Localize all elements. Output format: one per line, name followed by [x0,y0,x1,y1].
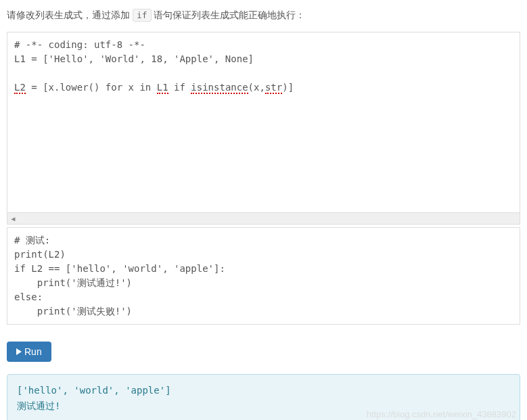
scroll-left-icon[interactable]: ◄ [7,213,19,225]
code-token-str: str [265,82,282,94]
code-editor[interactable]: # -*- coding: utf-8 -*- L1 = ['Hello', '… [7,32,520,213]
test-code-block: # 测试: print(L2) if L2 == ['hello', 'worl… [7,227,520,325]
instruction-inline-code: if [133,9,152,22]
code-line-2: L1 = ['Hello', 'World', 18, 'Apple', Non… [14,53,254,64]
play-icon [16,348,22,355]
code-token-l1: L1 [157,82,168,94]
run-button-label: Run [24,346,42,357]
instruction-prefix: 请修改列表生成式，通过添加 [7,9,133,20]
horizontal-scrollbar[interactable]: ◄ [7,213,520,225]
instruction-suffix: 语句保证列表生成式能正确地执行： [152,9,306,20]
output-panel: ['hello', 'world', 'apple'] 测试通过! [7,374,520,420]
run-button[interactable]: Run [7,342,51,362]
code-token-l2: L2 [14,82,26,94]
code-line-1: # -*- coding: utf-8 -*- [14,39,145,50]
code-token-isinstance: isinstance [191,82,248,94]
instruction-text: 请修改列表生成式，通过添加 if 语句保证列表生成式能正确地执行： [7,7,520,24]
